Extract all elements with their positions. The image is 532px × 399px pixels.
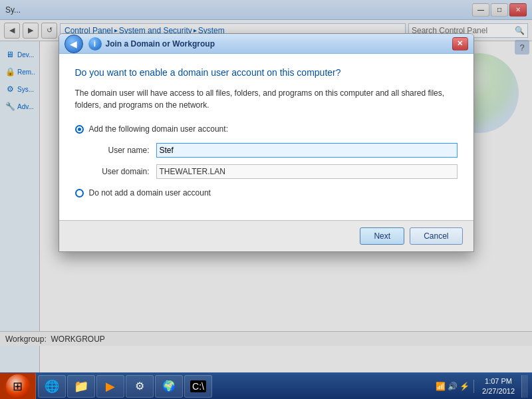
clock-time: 1:07 PM — [482, 376, 515, 386]
cancel-button[interactable]: Cancel — [410, 227, 462, 245]
radio-no-account[interactable]: Do not add a domain user account — [75, 188, 458, 198]
net-logo-icon: 🌍 — [162, 380, 176, 392]
windows-logo-icon: ⊞ — [13, 379, 23, 394]
dialog-titlebar: ◀ i Join a Domain or Workgroup ✕ — [59, 34, 473, 54]
taskbar-cmd[interactable]: C:\ — [184, 375, 212, 398]
folder-logo-icon: 📁 — [74, 379, 88, 394]
cp-logo-icon: ⚙ — [135, 380, 144, 392]
clock-date: 2/27/2012 — [482, 386, 515, 396]
radio-no-account-label: Do not add a domain user account — [89, 188, 211, 198]
system-clock[interactable]: 1:07 PM 2/27/2012 — [478, 376, 519, 396]
account-form: User name: User domain: THEWALTER.LAN — [90, 143, 458, 179]
dialog-description: The domain user will have access to all … — [75, 87, 458, 111]
taskbar-net[interactable]: 🌍 — [155, 375, 183, 398]
media-icon: ▶ — [102, 378, 118, 394]
taskbar-ie[interactable]: 🌐 — [38, 375, 66, 398]
dialog-body: Do you want to enable a domain user acco… — [59, 54, 473, 220]
show-desktop-button[interactable] — [521, 375, 528, 398]
username-input[interactable] — [156, 143, 458, 158]
ie-logo-icon: 🌐 — [45, 379, 59, 394]
system-tray: 📶 🔊 ⚡ 1:07 PM 2/27/2012 — [432, 373, 532, 399]
username-label: User name: — [90, 146, 150, 155]
cp-icon: ⚙ — [132, 378, 148, 394]
start-orb: ⊞ — [6, 374, 30, 398]
speaker-tray-icon: 🔊 — [448, 382, 458, 391]
dialog-close-button[interactable]: ✕ — [452, 37, 468, 51]
radio-add-account-label: Add the following domain user account: — [89, 124, 228, 134]
info-icon: i — [94, 39, 96, 49]
net-icon: 🌍 — [161, 378, 177, 394]
media-logo-icon: ▶ — [106, 379, 115, 394]
radio-no-account-input[interactable] — [75, 189, 84, 198]
taskbar-items: 🌐 📁 ▶ ⚙ 🌍 — [36, 373, 432, 399]
cmd-logo-icon: C:\ — [190, 380, 206, 392]
modal-overlay: ◀ i Join a Domain or Workgroup ✕ Do you … — [0, 0, 532, 372]
radio-add-account[interactable]: Add the following domain user account: — [75, 124, 458, 134]
cmd-icon: C:\ — [190, 378, 206, 394]
join-domain-dialog: ◀ i Join a Domain or Workgroup ✕ Do you … — [59, 33, 474, 252]
domain-value: THEWALTER.LAN — [156, 164, 458, 179]
ie-icon: 🌐 — [44, 378, 60, 394]
dialog-app-icon: i — [88, 37, 102, 51]
folder-icon: 📁 — [73, 378, 89, 394]
domain-label: User domain: — [90, 167, 150, 176]
username-row: User name: — [90, 143, 458, 158]
dialog-heading: Do you want to enable a domain user acco… — [75, 67, 458, 78]
next-button[interactable]: Next — [360, 227, 404, 245]
dialog-footer: Next Cancel — [59, 220, 473, 251]
taskbar-cp[interactable]: ⚙ — [126, 375, 154, 398]
dialog-title: Join a Domain or Workgroup — [106, 39, 452, 49]
close-dialog-icon: ✕ — [457, 39, 463, 48]
battery-tray-icon: ⚡ — [460, 382, 469, 391]
domain-row: User domain: THEWALTER.LAN — [90, 164, 458, 179]
taskbar-media[interactable]: ▶ — [96, 375, 124, 398]
start-button[interactable]: ⊞ — [0, 373, 36, 400]
back-arrow-icon: ◀ — [70, 39, 77, 49]
taskbar: ⊞ 🌐 📁 ▶ ⚙ — [0, 372, 532, 399]
dialog-back-button[interactable]: ◀ — [65, 35, 83, 53]
radio-add-account-input[interactable] — [75, 125, 84, 134]
tray-icons: 📶 🔊 ⚡ — [436, 382, 469, 391]
desktop: Sy... — □ ✕ ◀ ▶ ↺ — [0, 0, 532, 399]
taskbar-explorer[interactable]: 📁 — [67, 375, 95, 398]
network-tray-icon: 📶 — [436, 382, 446, 391]
tray-separator — [473, 380, 474, 393]
